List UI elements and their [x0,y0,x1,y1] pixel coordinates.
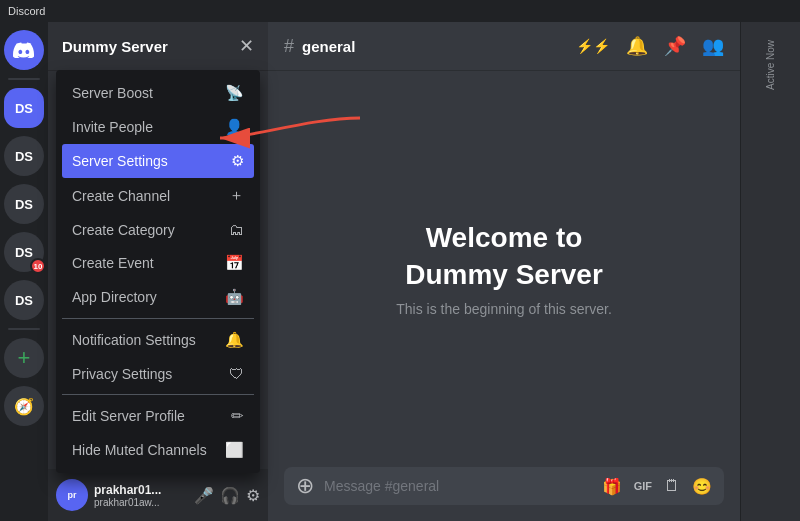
menu-label-create-channel: Create Channel [72,188,170,204]
privacy-icon: 🛡 [229,365,244,382]
menu-item-create-category[interactable]: Create Category 🗂 [62,213,254,246]
menu-item-notification-settings[interactable]: Notification Settings 🔔 [62,323,254,357]
server-boost-icon: 📡 [225,84,244,102]
menu-item-server-boost[interactable]: Server Boost 📡 [62,76,254,110]
edit-icon: ✏ [231,407,244,425]
user-controls: 🎤 🎧 ⚙ [194,486,260,505]
message-input-wrap: ⊕ 🎁 GIF 🗒 😊 [284,467,724,505]
emoji-icon[interactable]: 😊 [692,477,712,496]
server-icon-4[interactable]: DS 10 [4,232,44,272]
app-title: Discord [8,5,45,17]
avatar: pr [56,479,88,511]
menu-label-app-directory: App Directory [72,289,157,305]
server-icon-2[interactable]: DS [4,136,44,176]
message-input[interactable] [324,467,592,505]
hide-muted-icon: ⬜ [225,441,244,459]
explore-button[interactable]: 🧭 [4,386,44,426]
channel-sidebar: Dummy Server ✕ Server Boost 📡 Invite Peo… [48,22,268,521]
menu-divider-1 [62,318,254,319]
menu-divider-2 [62,394,254,395]
server-divider-2 [8,328,40,330]
server-icon-5[interactable]: DS [4,280,44,320]
menu-item-invite-people[interactable]: Invite People 👤 [62,110,254,144]
create-category-icon: 🗂 [229,221,244,238]
user-avatar-wrap: pr [56,479,88,511]
menu-item-hide-muted-channels[interactable]: Hide Muted Channels ⬜ [62,433,254,467]
menu-item-edit-server-profile[interactable]: Edit Server Profile ✏ [62,399,254,433]
channel-name: general [302,38,355,55]
menu-label-hide-muted-channels: Hide Muted Channels [72,442,207,458]
username: prakhar01... [94,483,188,497]
menu-label-server-settings: Server Settings [72,153,168,169]
menu-item-privacy-settings[interactable]: Privacy Settings 🛡 [62,357,254,390]
active-panel: Active Now [740,22,800,521]
create-channel-icon: ＋ [229,186,244,205]
members-icon[interactable]: 👥 [702,35,724,57]
menu-item-server-settings[interactable]: Server Settings ⚙ [62,144,254,178]
main-header: # general ⚡⚡ 🔔 📌 👥 [268,22,740,70]
menu-item-app-directory[interactable]: App Directory 🤖 [62,280,254,314]
menu-label-create-category: Create Category [72,222,175,238]
notification-icon: 🔔 [225,331,244,349]
menu-item-create-event[interactable]: Create Event 📅 [62,246,254,280]
pin-icon[interactable]: 📌 [664,35,686,57]
notification-badge: 10 [30,258,46,274]
sticker-icon[interactable]: 🗒 [664,477,680,495]
gif-icon[interactable]: GIF [634,480,652,492]
menu-label-server-boost: Server Boost [72,85,153,101]
discord-home-icon[interactable] [4,30,44,70]
user-info: prakhar01... prakhar01aw... [94,483,188,508]
add-server-button[interactable]: + [4,338,44,378]
close-button[interactable]: ✕ [239,35,254,57]
message-add-button[interactable]: ⊕ [296,473,314,499]
message-input-bar: ⊕ 🎁 GIF 🗒 😊 [268,467,740,521]
menu-label-notification-settings: Notification Settings [72,332,196,348]
menu-label-privacy-settings: Privacy Settings [72,366,172,382]
server-divider [8,78,40,80]
message-input-icons: 🎁 GIF 🗒 😊 [602,477,712,496]
user-tag: prakhar01aw... [94,497,188,508]
server-icon-3[interactable]: DS [4,184,44,224]
channel-header[interactable]: Dummy Server ✕ [48,22,268,70]
headset-icon[interactable]: 🎧 [220,486,240,505]
mute-icon[interactable]: 🎤 [194,486,214,505]
server-dropdown-menu: Server Boost 📡 Invite People 👤 Server Se… [56,70,260,473]
server-name: Dummy Server [62,38,168,55]
invite-icon: 👤 [225,118,244,136]
menu-item-create-channel[interactable]: Create Channel ＋ [62,178,254,213]
create-event-icon: 📅 [225,254,244,272]
threads-icon[interactable]: ⚡⚡ [576,38,610,54]
settings-icon: ⚙ [231,152,244,170]
welcome-subtitle: This is the beginning of this server. [396,301,612,317]
notification-bell-icon[interactable]: 🔔 [626,35,648,57]
server-sidebar: DS DS DS DS 10 DS + 🧭 [0,22,48,521]
active-panel-title: Active Now [765,40,776,90]
user-settings-icon[interactable]: ⚙ [246,486,260,505]
user-area: pr prakhar01... prakhar01aw... 🎤 🎧 ⚙ [48,469,268,521]
title-bar: Discord [0,0,800,22]
welcome-title: Welcome toDummy Server [405,220,603,293]
menu-label-edit-server-profile: Edit Server Profile [72,408,185,424]
main-content: # general ⚡⚡ 🔔 📌 👥 Welcome toDummy Serve… [268,22,740,521]
welcome-area: Welcome toDummy Server This is the begin… [268,70,740,467]
menu-label-invite-people: Invite People [72,119,153,135]
menu-label-create-event: Create Event [72,255,154,271]
server-icon-1[interactable]: DS [4,88,44,128]
app-directory-icon: 🤖 [225,288,244,306]
header-actions: ⚡⚡ 🔔 📌 👥 [576,35,724,57]
gift-icon[interactable]: 🎁 [602,477,622,496]
channel-hash-icon: # [284,36,294,57]
